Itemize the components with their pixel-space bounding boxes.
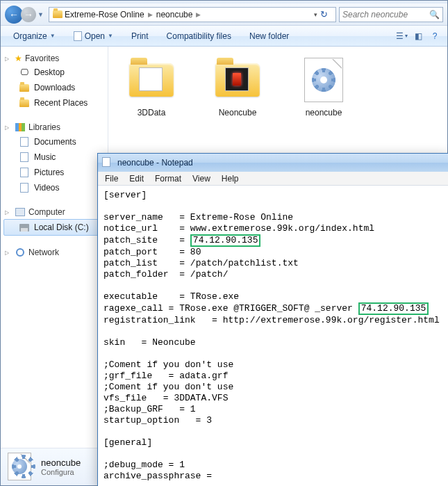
chevron-right-icon[interactable]: ▶: [194, 11, 203, 18]
documents-icon: [19, 136, 30, 147]
folder-icon: [215, 63, 260, 97]
help-button[interactable]: ?: [428, 30, 442, 42]
computer-group[interactable]: ▷Computer: [3, 205, 105, 219]
folder-item[interactable]: 3DData: [117, 55, 186, 118]
item-label: 3DData: [117, 108, 186, 118]
navigation-pane: ▷★Favorites 🖵Desktop Downloads Recent Pl…: [1, 47, 108, 485]
document-icon: [74, 31, 82, 41]
search-icon: 🔍: [429, 10, 440, 19]
file-item[interactable]: neoncube: [289, 55, 358, 118]
folder-icon: [52, 9, 63, 20]
notepad-icon: [102, 157, 113, 168]
star-icon: ★: [15, 54, 22, 63]
notepad-title: neoncube - Notepad: [117, 158, 193, 168]
notepad-text-area[interactable]: [server] server_name = Extreme-Rose Onli…: [98, 186, 448, 486]
config-file-icon: [304, 58, 343, 102]
network-group[interactable]: ▷Network: [3, 245, 105, 259]
search-placeholder: Search neoncube: [342, 10, 408, 19]
desktop-icon: 🖵: [19, 67, 30, 78]
sidebar-item-local-disk[interactable]: Local Disk (C:): [3, 219, 105, 236]
pictures-icon: [19, 167, 30, 178]
item-label: Neoncube: [203, 108, 272, 118]
sidebar-item-videos[interactable]: Videos: [3, 180, 105, 195]
breadcrumb-seg[interactable]: neoncube: [156, 10, 193, 19]
chevron-right-icon[interactable]: ▶: [146, 11, 155, 18]
breadcrumb-seg[interactable]: Extreme-Rose Online: [65, 10, 144, 19]
address-bar: ← → ▼ Extreme-Rose Online ▶ neoncube ▶ ▾…: [1, 3, 447, 26]
computer-icon: [15, 206, 26, 218]
menu-help[interactable]: Help: [216, 172, 244, 185]
view-options-button[interactable]: ☰▾: [395, 30, 408, 42]
forward-button[interactable]: →: [21, 7, 36, 22]
details-file-icon: [8, 453, 34, 482]
menu-edit[interactable]: Edit: [124, 172, 149, 185]
sidebar-item-music[interactable]: Music: [3, 149, 105, 165]
highlight-ip: 74.12.90.135: [190, 234, 261, 247]
print-button[interactable]: Print: [124, 29, 156, 43]
nav-history-dropdown[interactable]: ▼: [38, 11, 46, 18]
notepad-titlebar[interactable]: neoncube - Notepad: [98, 154, 448, 172]
breadcrumb-dropdown[interactable]: ▾: [314, 11, 317, 18]
music-icon: [19, 152, 30, 163]
sidebar-item-desktop[interactable]: 🖵Desktop: [3, 65, 105, 80]
details-name: neoncube: [41, 457, 81, 468]
libraries-icon: [15, 122, 26, 133]
disk-icon: [19, 222, 30, 233]
notepad-window: neoncube - Notepad File Edit Format View…: [97, 153, 448, 486]
videos-icon: [19, 182, 30, 193]
breadcrumb[interactable]: Extreme-Rose Online ▶ neoncube ▶ ▾ ↻: [49, 7, 336, 22]
sidebar-item-pictures[interactable]: Pictures: [3, 165, 105, 180]
preview-pane-button[interactable]: ◧: [411, 30, 425, 42]
folder-item[interactable]: Neoncube: [203, 55, 272, 118]
recent-icon: [19, 97, 30, 108]
nav-buttons: ← → ▼: [5, 6, 46, 24]
organize-button[interactable]: Organize▼: [6, 29, 63, 43]
refresh-icon[interactable]: ↻: [320, 9, 333, 19]
item-label: neoncube: [289, 108, 358, 118]
favorites-group[interactable]: ▷★Favorites: [3, 52, 105, 65]
compatibility-button[interactable]: Compatibility files: [160, 29, 238, 43]
menu-file[interactable]: File: [99, 172, 124, 185]
libraries-group[interactable]: ▷Libraries: [3, 120, 105, 134]
toolbar: Organize▼ Open▼ Print Compatibility file…: [1, 26, 447, 47]
sidebar-item-downloads[interactable]: Downloads: [3, 80, 105, 95]
downloads-icon: [19, 82, 30, 93]
sidebar-item-documents[interactable]: Documents: [3, 134, 105, 149]
details-type: Configura: [41, 468, 81, 476]
network-icon: [15, 247, 26, 258]
folder-icon: [129, 63, 174, 97]
notepad-menu: File Edit Format View Help: [98, 172, 448, 186]
new-folder-button[interactable]: New folder: [242, 29, 296, 43]
open-button[interactable]: Open▼: [67, 29, 120, 43]
highlight-ip: 74.12.90.135: [358, 302, 429, 315]
sidebar-item-recent[interactable]: Recent Places: [3, 95, 105, 111]
search-input[interactable]: Search neoncube 🔍: [339, 7, 443, 22]
menu-format[interactable]: Format: [149, 172, 187, 185]
menu-view[interactable]: View: [187, 172, 216, 185]
